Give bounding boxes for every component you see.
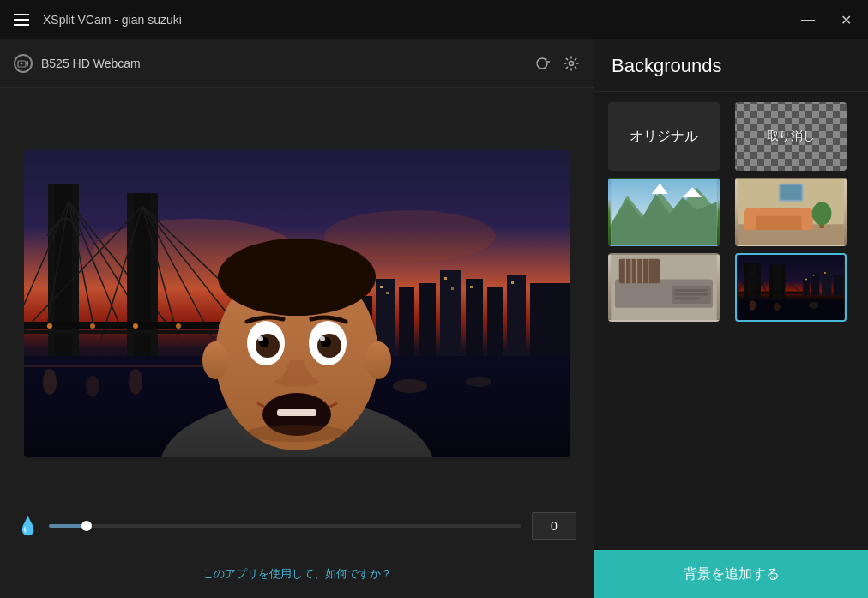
svg-point-119 — [805, 279, 807, 281]
svg-point-48 — [133, 323, 138, 329]
svg-rect-116 — [811, 273, 819, 296]
webcam-icon — [14, 54, 33, 73]
svg-rect-22 — [444, 277, 447, 280]
app-title: XSplit VCam - gian suzuki — [43, 13, 786, 27]
svg-point-55 — [129, 369, 142, 395]
svg-point-3 — [570, 61, 574, 65]
svg-rect-25 — [511, 281, 514, 284]
svg-rect-118 — [833, 275, 843, 296]
background-original[interactable]: オリジナル — [608, 102, 720, 171]
svg-rect-86 — [801, 210, 812, 230]
video-area — [0, 88, 594, 502]
svg-point-125 — [808, 302, 817, 309]
opacity-slider[interactable] — [49, 524, 521, 528]
svg-rect-23 — [451, 287, 454, 290]
svg-rect-107 — [769, 264, 773, 299]
svg-point-121 — [823, 272, 825, 274]
slider-area: 💧 0 — [0, 502, 594, 550]
svg-point-124 — [774, 303, 781, 311]
svg-point-47 — [90, 323, 95, 329]
menu-button[interactable] — [10, 10, 33, 29]
svg-rect-102 — [674, 297, 699, 299]
svg-rect-109 — [781, 264, 785, 299]
svg-point-88 — [811, 202, 831, 226]
window-controls: — ✕ — [796, 8, 858, 32]
svg-point-49 — [176, 323, 181, 329]
svg-point-56 — [393, 379, 427, 393]
svg-rect-21 — [386, 292, 389, 294]
svg-rect-114 — [738, 292, 803, 294]
svg-rect-20 — [380, 286, 383, 288]
svg-point-53 — [43, 369, 57, 395]
svg-rect-90 — [780, 185, 801, 200]
titlebar: XSplit VCam - gian suzuki — ✕ — [0, 0, 868, 39]
svg-point-72 — [202, 341, 228, 379]
svg-point-46 — [47, 323, 52, 329]
svg-point-68 — [258, 336, 263, 341]
svg-rect-13 — [399, 287, 414, 356]
svg-rect-117 — [822, 269, 831, 295]
feedback-link[interactable]: このアプリを使用して、如何ですか？ — [202, 566, 392, 582]
add-background-button[interactable]: 背景を追加する — [594, 550, 868, 598]
svg-point-123 — [749, 300, 756, 310]
main-container: B525 HD Webcam — [0, 39, 868, 598]
settings-button[interactable] — [563, 55, 580, 72]
svg-point-120 — [812, 275, 814, 276]
remove-label: 取り消し — [767, 129, 815, 144]
svg-point-61 — [218, 239, 376, 316]
background-remove[interactable]: 取り消し — [735, 102, 847, 171]
svg-rect-15 — [440, 270, 461, 356]
svg-rect-71 — [277, 409, 316, 416]
camera-name: B525 HD Webcam — [41, 57, 525, 70]
background-mountains[interactable] — [608, 178, 720, 246]
slider-value: 0 — [532, 512, 576, 540]
backgrounds-title: Backgrounds — [594, 39, 868, 92]
svg-rect-16 — [466, 279, 483, 356]
left-panel: B525 HD Webcam — [0, 39, 594, 598]
svg-point-69 — [320, 336, 325, 341]
svg-point-54 — [86, 376, 99, 396]
svg-rect-104 — [744, 263, 748, 300]
svg-rect-17 — [487, 287, 503, 356]
right-panel: Backgrounds オリジナル 取り消し — [594, 39, 868, 598]
camera-controls — [533, 55, 580, 72]
svg-rect-84 — [745, 208, 811, 216]
svg-rect-14 — [419, 283, 436, 356]
svg-point-73 — [365, 341, 391, 379]
bottom-section: このアプリを使用して、如何ですか？ — [0, 550, 594, 598]
svg-rect-100 — [674, 289, 708, 292]
svg-rect-18 — [507, 275, 526, 356]
opacity-icon: 💧 — [17, 516, 39, 536]
minimize-button[interactable]: — — [796, 8, 820, 32]
background-city[interactable] — [735, 253, 847, 322]
svg-rect-115 — [803, 278, 810, 296]
svg-rect-101 — [674, 293, 708, 296]
close-button[interactable]: ✕ — [834, 8, 858, 32]
svg-rect-85 — [744, 210, 755, 230]
svg-point-57 — [466, 377, 491, 387]
svg-rect-24 — [470, 286, 473, 288]
svg-point-74 — [245, 425, 348, 442]
backgrounds-grid: オリジナル 取り消し — [594, 92, 868, 550]
refresh-button[interactable] — [533, 55, 551, 72]
svg-rect-19 — [530, 283, 570, 356]
svg-point-2 — [21, 62, 23, 64]
video-frame — [24, 150, 570, 457]
svg-rect-93 — [619, 259, 660, 284]
background-guitar[interactable] — [608, 253, 720, 322]
background-interior[interactable] — [735, 178, 847, 246]
camera-header: B525 HD Webcam — [0, 39, 594, 88]
original-label: オリジナル — [630, 128, 698, 146]
